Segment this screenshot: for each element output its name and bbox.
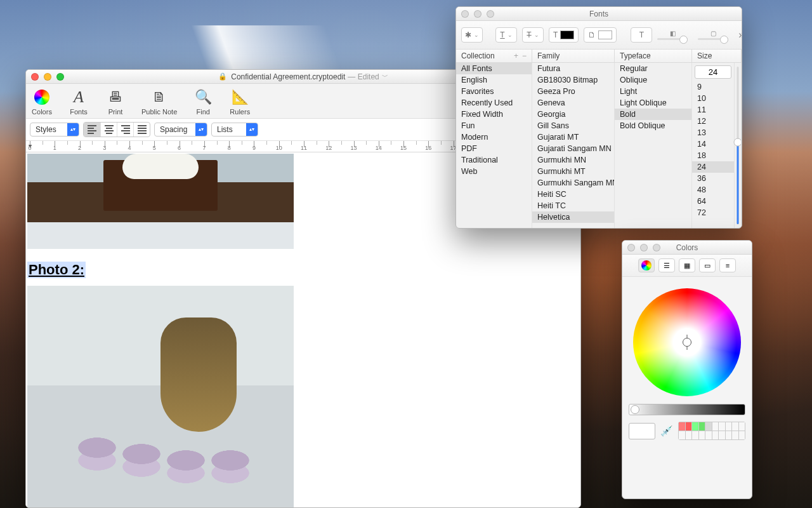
brightness-knob[interactable] bbox=[631, 405, 639, 414]
traffic-lights bbox=[31, 73, 64, 81]
list-item[interactable]: 24 bbox=[692, 161, 734, 173]
list-item[interactable]: 18 bbox=[692, 150, 734, 161]
list-item[interactable]: Light bbox=[615, 86, 691, 97]
palettes-tab[interactable]: ▦ bbox=[679, 258, 695, 272]
underline-menu[interactable]: T⌄ bbox=[495, 27, 517, 43]
list-item[interactable]: Bold Oblique bbox=[615, 120, 691, 131]
shadow-opacity-slider[interactable] bbox=[657, 38, 688, 40]
shadow-blur-slider[interactable] bbox=[698, 38, 728, 40]
photo2-caption[interactable]: Photo 2: bbox=[27, 262, 86, 278]
more-icon[interactable]: » bbox=[738, 29, 742, 41]
strike-menu[interactable]: T⌄ bbox=[522, 27, 544, 43]
list-item[interactable]: Bold bbox=[615, 109, 691, 120]
align-left-button[interactable] bbox=[84, 123, 100, 137]
close-button[interactable] bbox=[627, 244, 635, 251]
typography-button[interactable]: T bbox=[631, 27, 652, 43]
print-toolbar-button[interactable]: 🖶 Print bbox=[102, 85, 129, 116]
list-item[interactable]: Traditional bbox=[456, 154, 532, 166]
list-item[interactable]: Gill Sans bbox=[532, 120, 614, 131]
list-item[interactable]: English bbox=[456, 74, 532, 86]
list-item[interactable]: Heiti TC bbox=[532, 200, 614, 211]
list-item[interactable]: Fixed Width bbox=[456, 109, 532, 120]
minimize-button[interactable] bbox=[640, 244, 648, 251]
list-item[interactable]: Heiti SC bbox=[532, 189, 614, 200]
list-item[interactable]: Light Oblique bbox=[615, 97, 691, 109]
list-item[interactable]: Georgia bbox=[532, 109, 614, 120]
list-item[interactable]: 14 bbox=[692, 138, 734, 150]
list-item[interactable]: Modern bbox=[456, 131, 532, 143]
zoom-button[interactable] bbox=[56, 73, 64, 81]
size-input[interactable] bbox=[695, 65, 731, 79]
list-item[interactable]: 36 bbox=[692, 173, 734, 184]
list-item[interactable]: 48 bbox=[692, 184, 734, 196]
list-item[interactable]: Fun bbox=[456, 120, 532, 131]
color-wheel-cursor[interactable] bbox=[683, 338, 691, 347]
align-justify-button[interactable] bbox=[133, 123, 150, 137]
align-center-button[interactable] bbox=[100, 123, 117, 137]
pencils-tab[interactable]: ≡ bbox=[719, 258, 736, 272]
doc-color-button[interactable]: 🗋 bbox=[584, 27, 617, 43]
eyedropper-button[interactable]: 💉 bbox=[660, 425, 673, 437]
public-note-toolbar-button[interactable]: 🗎 Public Note bbox=[139, 85, 180, 116]
list-item[interactable]: Web bbox=[456, 166, 532, 177]
colors-titlebar[interactable]: Colors bbox=[622, 241, 752, 255]
list-item[interactable]: Recently Used bbox=[456, 97, 532, 109]
sliders-tab[interactable]: ☰ bbox=[658, 258, 675, 272]
list-item[interactable]: GB18030 Bitmap bbox=[532, 74, 614, 86]
list-item[interactable]: Futura bbox=[532, 63, 614, 74]
fonts-toolbar-button[interactable]: A Fonts bbox=[65, 85, 92, 116]
list-item[interactable]: 10 bbox=[692, 93, 734, 104]
list-item[interactable]: Gurmukhi MN bbox=[532, 154, 614, 166]
list-item[interactable]: Geeza Pro bbox=[532, 86, 614, 97]
list-item[interactable]: Oblique bbox=[615, 74, 691, 86]
list-item[interactable]: Gujarati MT bbox=[532, 131, 614, 143]
image-tab[interactable]: ▭ bbox=[699, 258, 716, 272]
list-item[interactable]: 13 bbox=[692, 127, 734, 138]
list-item[interactable]: All Fonts bbox=[456, 63, 532, 74]
zoom-button[interactable] bbox=[653, 244, 660, 251]
add-collection-button[interactable]: + bbox=[514, 51, 518, 60]
list-item[interactable]: PDF bbox=[456, 143, 532, 154]
fonts-titlebar[interactable]: Fonts bbox=[456, 7, 742, 21]
close-button[interactable] bbox=[461, 10, 469, 18]
size-slider[interactable] bbox=[734, 63, 741, 228]
list-item[interactable]: 11 bbox=[692, 104, 734, 116]
collection-list[interactable]: All FontsEnglishFavoritesRecently UsedFi… bbox=[456, 63, 532, 228]
rulers-toolbar-button[interactable]: 📐 Rulers bbox=[226, 85, 253, 116]
spacing-select[interactable]: Spacing ▴▾ bbox=[154, 123, 207, 137]
list-item[interactable]: 64 bbox=[692, 196, 734, 207]
brightness-slider[interactable] bbox=[629, 404, 745, 415]
zoom-button[interactable] bbox=[487, 10, 494, 18]
lists-select[interactable]: Lists ▴▾ bbox=[211, 123, 258, 137]
list-item[interactable]: Gurmukhi Sangam MN bbox=[532, 177, 614, 189]
title-dropdown-icon[interactable]: ﹀ bbox=[382, 72, 388, 81]
current-color-swatch[interactable] bbox=[629, 423, 655, 439]
typeface-list[interactable]: RegularObliqueLightLight ObliqueBoldBold… bbox=[615, 63, 692, 228]
list-item[interactable]: 9 bbox=[692, 81, 734, 93]
image-photo-2[interactable] bbox=[27, 286, 294, 507]
list-item[interactable]: Geneva bbox=[532, 97, 614, 109]
list-item[interactable]: Regular bbox=[615, 63, 691, 74]
size-list[interactable]: 91011121314182436486472 bbox=[692, 81, 734, 228]
styles-select[interactable]: Styles ▴▾ bbox=[30, 123, 79, 137]
minimize-button[interactable] bbox=[44, 73, 51, 81]
align-right-button[interactable] bbox=[117, 123, 133, 137]
list-item[interactable]: Gujarati Sangam MN bbox=[532, 143, 614, 154]
list-item[interactable]: 72 bbox=[692, 207, 734, 218]
list-item[interactable]: Helvetica bbox=[532, 211, 614, 223]
saved-swatches[interactable] bbox=[678, 422, 745, 440]
list-item[interactable]: Gurmukhi MT bbox=[532, 166, 614, 177]
fonts-action-menu[interactable]: ✱⌄ bbox=[461, 27, 483, 43]
find-toolbar-button[interactable]: 🔍 Find bbox=[190, 85, 216, 116]
minimize-button[interactable] bbox=[474, 10, 481, 18]
remove-collection-button[interactable]: − bbox=[522, 51, 527, 60]
wheel-tab[interactable] bbox=[638, 258, 655, 272]
list-item[interactable]: Favorites bbox=[456, 86, 532, 97]
color-wheel[interactable] bbox=[633, 288, 741, 396]
colors-toolbar-button[interactable]: Colors bbox=[29, 85, 55, 116]
family-list[interactable]: FuturaGB18030 BitmapGeeza ProGenevaGeorg… bbox=[532, 63, 615, 228]
close-button[interactable] bbox=[31, 73, 39, 81]
list-item[interactable]: 12 bbox=[692, 116, 734, 127]
image-photo-1[interactable] bbox=[27, 154, 294, 249]
text-color-button[interactable]: T bbox=[549, 27, 579, 43]
